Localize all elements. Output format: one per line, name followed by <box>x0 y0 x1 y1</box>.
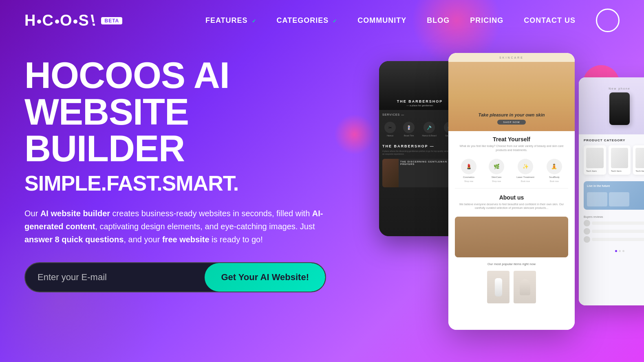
tablet-divider <box>455 188 568 189</box>
navbar: HCOS! BETA FEATURES ✓ CATEGORIES ✓ COMMU… <box>0 0 644 41</box>
razor-icon: 🪒 <box>423 122 435 133</box>
cosmetics-icon: 💄 <box>461 159 476 174</box>
rp-product-card-1: Tech Item <box>584 145 606 175</box>
rp-dot-3 <box>622 250 624 252</box>
hero-mockups: THE BARBERSHOP — a place for gentlemen S… <box>367 53 620 330</box>
tablet-hero: Take pleasure in your own skin SHOP NOW <box>448 62 575 131</box>
hero-section: HOCOOS AI WEBSITE BUILDER SIMPLE.FAST.SM… <box>0 41 644 330</box>
phone-service-item: 🪒 Haircut & Beard <box>422 122 436 137</box>
rp-dot-1 <box>615 250 617 252</box>
rp-future-section: Live in the future <box>584 181 644 210</box>
phone-promo-image <box>382 159 399 187</box>
tablet-hero-button[interactable]: SHOP NOW <box>497 120 525 125</box>
laser-icon: ✨ <box>518 159 533 174</box>
logo-text: HCOS! <box>24 13 95 28</box>
rp-review-avatar-2 <box>584 228 590 235</box>
rp-product-card-3: Tech Item <box>633 145 644 175</box>
mockup-tablet-skincare: SKINCARE Take pleasure in your own skin … <box>448 53 575 330</box>
tablet-service-skincare: 🌿 SkinCare Shop now <box>489 159 504 182</box>
chevron-down-icon: ✓ <box>333 18 337 24</box>
hero-cta-form: Get Your AI Website! <box>24 262 326 292</box>
tablet-service-icons: 💄 Cosmetics Shop now 🌿 SkinCare Shop now… <box>448 156 575 186</box>
rp-review-text-1 <box>592 222 644 225</box>
rp-pagination-dots <box>579 248 644 254</box>
phone-shop-title: THE BARBERSHOP <box>397 99 443 103</box>
logo-area[interactable]: HCOS! BETA <box>24 13 122 28</box>
rp-top-section: New phone <box>579 77 644 134</box>
rp-future-product <box>587 192 607 206</box>
nav-links: FEATURES ✓ CATEGORIES ✓ COMMUNITY BLOG P… <box>205 16 576 25</box>
rp-buyers-section: Buyers reviews <box>579 212 644 248</box>
beard-icon: 💈 <box>403 122 415 133</box>
rp-product-thumb-1 <box>586 148 604 168</box>
hero-subtitle: SIMPLE.FAST.SMART. <box>24 171 351 195</box>
tablet-treat-section: Treat Yourself What do you feel like tod… <box>448 131 575 156</box>
phone-service-item: 💈 Beard Trim <box>403 122 415 137</box>
nav-item-pricing[interactable]: PRICING <box>470 16 503 25</box>
nav-item-community[interactable]: COMMUNITY <box>357 16 406 25</box>
cta-button[interactable]: Get Your AI Website! <box>205 263 325 292</box>
tablet-service-laser: ✨ Laser Treatment Book now <box>516 159 534 182</box>
tablet-popular-caption: Our most popular items right now <box>448 261 575 268</box>
tablet-product-2 <box>514 271 536 303</box>
nav-link-community[interactable]: COMMUNITY <box>357 16 406 24</box>
rp-product-card-2: Tech Item <box>609 145 631 175</box>
rp-review-row-3 <box>584 236 644 243</box>
chevron-down-icon: ✓ <box>252 18 256 24</box>
tablet-product-1 <box>487 271 509 303</box>
rp-review-row-1 <box>584 220 644 226</box>
nav-link-blog[interactable]: BLOG <box>427 16 450 24</box>
rp-product-section: Product category Tech Item Tech Item <box>579 134 644 179</box>
nav-link-categories[interactable]: CATEGORIES ✓ <box>277 16 337 24</box>
rp-review-avatar-3 <box>584 236 590 243</box>
nav-cta-button[interactable] <box>596 9 620 32</box>
rp-review-row-2 <box>584 228 644 235</box>
tablet-hero-text: Take pleasure in your own skin SHOP NOW <box>479 112 545 125</box>
mockup-right-panel: New phone Product category Tech Item Tec… <box>579 77 644 305</box>
phone-service-item: ✂ Haircut <box>384 122 396 137</box>
tablet-popular-image <box>455 217 568 257</box>
rp-review-text-2 <box>592 230 644 233</box>
scissors-icon: ✂ <box>384 122 396 133</box>
tablet-header: SKINCARE <box>448 53 575 62</box>
hero-description: Our AI website builder creates business-… <box>24 207 334 246</box>
nav-link-contact[interactable]: CONTACT US <box>524 16 576 24</box>
phone-promo-section: THE DISCERNING GENTLEMAN PREFERS <box>382 159 457 187</box>
hero-title: HOCOOS AI WEBSITE BUILDER <box>24 57 351 167</box>
beta-badge: BETA <box>101 17 122 24</box>
tablet-service-cosmetics: 💄 Cosmetics Shop now <box>461 159 476 182</box>
nav-link-features[interactable]: FEATURES ✓ <box>205 16 256 24</box>
rp-review-text-3 <box>592 238 644 241</box>
tablet-service-soul: 🧘 SoulBody Book now <box>547 159 562 182</box>
tablet-about: About us We believe everyone deserves to… <box>448 191 575 214</box>
skincare-icon: 🌿 <box>489 159 504 174</box>
nav-item-contact[interactable]: CONTACT US <box>524 16 576 25</box>
hero-left: HOCOOS AI WEBSITE BUILDER SIMPLE.FAST.SM… <box>24 53 351 292</box>
rp-product-thumb-2 <box>611 148 629 168</box>
nav-item-features[interactable]: FEATURES ✓ <box>205 16 256 25</box>
rp-phone-image <box>609 92 630 125</box>
soul-icon: 🧘 <box>547 159 562 174</box>
rp-product-row: Tech Item Tech Item Tech Item <box>584 145 644 175</box>
nav-item-categories[interactable]: CATEGORIES ✓ <box>277 16 337 25</box>
email-input[interactable] <box>25 263 205 292</box>
rp-dot-2 <box>619 250 621 252</box>
nav-link-pricing[interactable]: PRICING <box>470 16 503 24</box>
rp-review-avatar-1 <box>584 220 590 226</box>
rp-future-product <box>609 192 629 206</box>
tablet-products <box>448 268 575 307</box>
nav-item-blog[interactable]: BLOG <box>427 16 450 25</box>
rp-product-thumb-3 <box>635 148 644 168</box>
